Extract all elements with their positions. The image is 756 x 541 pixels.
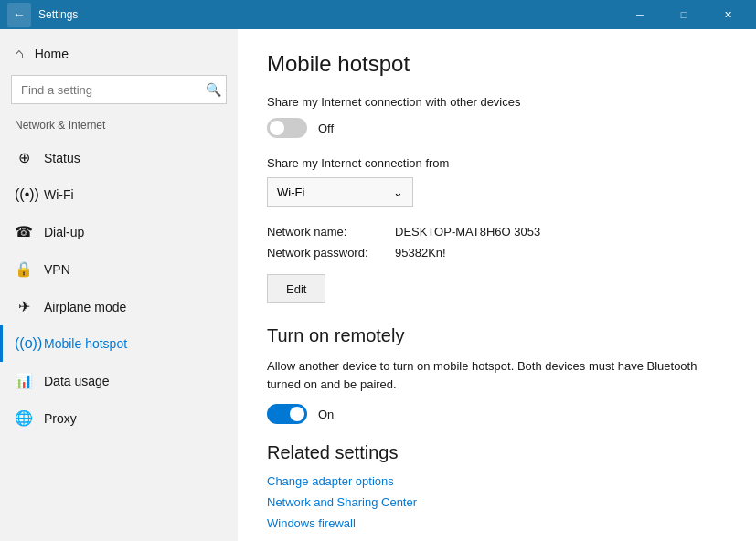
sidebar-home-label: Home <box>35 47 69 61</box>
share-toggle[interactable] <box>267 118 307 138</box>
edit-button[interactable]: Edit <box>267 274 325 303</box>
search-container: 🔍 <box>11 75 227 104</box>
sidebar-section-title: Network & Internet <box>0 115 238 139</box>
sidebar-label-vpn: VPN <box>44 262 70 277</box>
share-toggle-text: Off <box>318 122 334 135</box>
network-name-row: Network name: DESKTOP-MAT8H6O 3053 <box>267 225 727 239</box>
connection-source-dropdown[interactable]: Wi-Fi ⌄ <box>267 177 413 207</box>
sharing-center-link[interactable]: Network and Sharing Center <box>267 495 727 509</box>
page-title: Mobile hotspot <box>267 51 727 77</box>
sidebar: ⌂ Home 🔍 Network & Internet ⊕ Status ((•… <box>0 29 238 541</box>
content-area: Mobile hotspot Share my Internet connect… <box>238 29 756 541</box>
network-password-row: Network password: 95382Kn! <box>267 246 727 260</box>
network-password-label: Network password: <box>267 246 395 260</box>
toggle-knob <box>270 121 284 135</box>
sidebar-label-status: Status <box>44 151 80 165</box>
sidebar-label-dialup: Dial-up <box>44 225 84 239</box>
dropdown-value: Wi-Fi <box>277 186 304 199</box>
dialup-icon: ☎ <box>15 223 33 240</box>
sidebar-item-datausage[interactable]: 📊 Data usage <box>0 362 238 399</box>
network-name-label: Network name: <box>267 225 395 239</box>
status-icon: ⊕ <box>15 149 33 166</box>
remote-toggle[interactable] <box>267 404 307 424</box>
remote-title: Turn on remotely <box>267 325 727 346</box>
sidebar-label-proxy: Proxy <box>44 411 77 426</box>
sidebar-item-proxy[interactable]: 🌐 Proxy <box>0 399 238 437</box>
share-toggle-row: Off <box>267 118 727 138</box>
share-toggle-label: Share my Internet connection with other … <box>267 95 727 109</box>
sidebar-label-datausage: Data usage <box>44 374 110 388</box>
proxy-icon: 🌐 <box>15 409 33 427</box>
adapter-options-link[interactable]: Change adapter options <box>267 474 727 488</box>
sidebar-label-airplane: Airplane mode <box>44 300 126 314</box>
from-label: Share my Internet connection from <box>267 156 727 170</box>
sidebar-label-wifi: Wi-Fi <box>44 187 74 202</box>
sidebar-item-wifi[interactable]: ((•)) Wi-Fi <box>0 176 238 213</box>
title-bar: ← Settings ─ □ ✕ <box>0 0 756 29</box>
network-password-value: 95382Kn! <box>395 246 446 260</box>
search-icon[interactable]: 🔍 <box>206 82 221 97</box>
network-info: Network name: DESKTOP-MAT8H6O 3053 Netwo… <box>267 225 727 260</box>
sidebar-item-dialup[interactable]: ☎ Dial-up <box>0 213 238 250</box>
sidebar-item-home[interactable]: ⌂ Home <box>0 37 238 71</box>
main-container: ⌂ Home 🔍 Network & Internet ⊕ Status ((•… <box>0 29 756 541</box>
window-title: Settings <box>38 8 78 21</box>
maximize-button[interactable]: □ <box>663 0 705 29</box>
sidebar-item-status[interactable]: ⊕ Status <box>0 139 238 176</box>
minimize-button[interactable]: ─ <box>619 0 661 29</box>
firewall-link[interactable]: Windows firewall <box>267 516 727 530</box>
back-button[interactable]: ← <box>7 3 31 27</box>
search-input[interactable] <box>11 75 227 104</box>
sidebar-item-hotspot[interactable]: ((o)) Mobile hotspot <box>0 325 238 362</box>
datausage-icon: 📊 <box>15 372 33 389</box>
hotspot-icon: ((o)) <box>15 335 33 352</box>
network-name-value: DESKTOP-MAT8H6O 3053 <box>395 225 540 239</box>
from-section: Share my Internet connection from Wi-Fi … <box>267 156 727 207</box>
wifi-icon: ((•)) <box>15 186 33 203</box>
close-button[interactable]: ✕ <box>707 0 749 29</box>
title-bar-left: ← Settings <box>7 3 78 27</box>
window-controls: ─ □ ✕ <box>619 0 749 29</box>
sidebar-item-airplane[interactable]: ✈ Airplane mode <box>0 288 238 325</box>
chevron-down-icon: ⌄ <box>393 186 403 199</box>
airplane-icon: ✈ <box>15 298 33 315</box>
sidebar-label-hotspot: Mobile hotspot <box>44 336 127 351</box>
sidebar-item-vpn[interactable]: 🔒 VPN <box>0 250 238 288</box>
remote-toggle-row: On <box>267 404 727 424</box>
remote-description: Allow another device to turn on mobile h… <box>267 357 724 393</box>
home-icon: ⌂ <box>15 46 24 62</box>
related-settings-title: Related settings <box>267 442 727 463</box>
remote-toggle-text: On <box>318 408 334 421</box>
remote-toggle-knob <box>290 407 304 421</box>
vpn-icon: 🔒 <box>15 260 33 278</box>
